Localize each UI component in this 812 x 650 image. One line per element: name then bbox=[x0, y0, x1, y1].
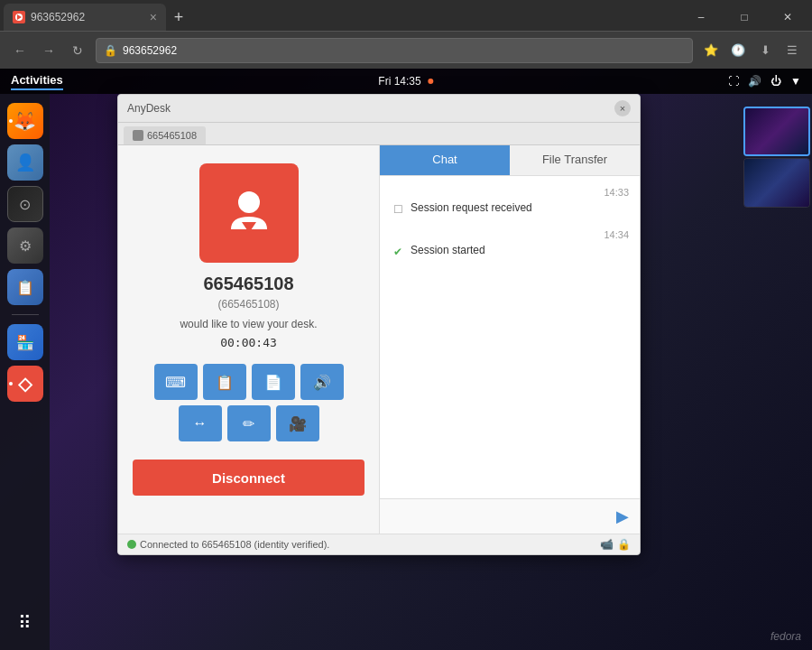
left-panel: 665465108 (665465108) would like to view… bbox=[118, 145, 380, 534]
chat-message-1: ☐ Session request received bbox=[391, 201, 629, 217]
video-icon: 📹 bbox=[600, 538, 614, 551]
filetransfer-button[interactable]: 📄 bbox=[252, 364, 295, 400]
firefox-icon: 🦊 bbox=[14, 110, 36, 132]
thumbnail-panel bbox=[740, 103, 812, 211]
dialog-title: AnyDesk bbox=[127, 102, 171, 115]
remote-desktop: Activities Fri 14:35 ⛶ 🔊 ⏻ ▼ 🦊 👤 ⊙ ⚙ 📋 bbox=[0, 69, 812, 650]
caller-id: 665465108 bbox=[203, 274, 293, 294]
reload-button[interactable]: ↻ bbox=[65, 38, 90, 63]
dialog-session-bar: 665465108 bbox=[118, 123, 640, 145]
fedora-watermark: fedora bbox=[770, 630, 801, 643]
browser-tab-active[interactable]: 963652962 × bbox=[4, 4, 166, 31]
network-icon: ⛶ bbox=[728, 75, 739, 88]
chat-input[interactable] bbox=[387, 506, 613, 526]
clipboard-button[interactable]: 📋 bbox=[203, 364, 246, 400]
tab-file-transfer[interactable]: File Transfer bbox=[510, 145, 640, 175]
security-icon: 🔒 bbox=[104, 44, 117, 57]
sidebar-item-store[interactable]: 🏪 bbox=[7, 324, 43, 360]
gnome-clock: Fri 14:35 bbox=[378, 75, 433, 88]
back-button[interactable]: ← bbox=[7, 38, 32, 63]
draw-button[interactable]: ✏ bbox=[227, 405, 271, 441]
switch-icon: ↔ bbox=[193, 415, 208, 432]
thumb-1[interactable] bbox=[743, 107, 810, 156]
status-left: Connected to 665465108 (identity verifie… bbox=[127, 539, 329, 550]
right-panel: Chat File Transfer 14:33 ☐ Session reque… bbox=[380, 145, 640, 534]
browser-chrome: 963652962 × + – □ ✕ ← → ↻ 🔒 963652962 ⭐ … bbox=[0, 0, 812, 69]
sidebar-item-settings[interactable]: ⚙ bbox=[7, 228, 43, 264]
session-timer: 00:00:43 bbox=[220, 336, 277, 349]
switch-button[interactable]: ↔ bbox=[179, 405, 222, 441]
svg-point-2 bbox=[238, 191, 260, 213]
thumb-2[interactable] bbox=[743, 158, 810, 208]
anydesk-dialog: AnyDesk × 665465108 bbox=[117, 94, 641, 555]
record-icon: 🎥 bbox=[289, 415, 307, 432]
maximize-button[interactable]: □ bbox=[724, 2, 765, 32]
chat-input-area: ▶ bbox=[380, 498, 640, 534]
record-button[interactable]: 🎥 bbox=[276, 405, 319, 441]
close-button[interactable]: ✕ bbox=[767, 2, 808, 32]
history-button[interactable]: 🕐 bbox=[725, 38, 751, 63]
chat-send-button[interactable]: ▶ bbox=[613, 503, 632, 530]
minimize-button[interactable]: – bbox=[680, 2, 722, 32]
message-icon-2: ✔ bbox=[391, 245, 405, 259]
new-tab-button[interactable]: + bbox=[166, 5, 191, 30]
gnome-topbar: Activities Fri 14:35 ⛶ 🔊 ⏻ ▼ bbox=[0, 69, 812, 94]
sidebar-separator bbox=[12, 314, 39, 315]
clipboard-icon: 📋 bbox=[216, 374, 234, 391]
bookmark-button[interactable]: ⭐ bbox=[698, 38, 724, 63]
dialog-close-button[interactable]: × bbox=[614, 100, 631, 116]
lock-icon: 🔒 bbox=[617, 538, 631, 551]
audio-icon: 🔊 bbox=[313, 374, 331, 391]
tab-title: 963652962 bbox=[31, 11, 85, 23]
tab-favicon bbox=[13, 11, 25, 23]
gnome-sidebar: 🦊 👤 ⊙ ⚙ 📋 🏪 ◇ ⠿ bbox=[0, 94, 50, 650]
anydesk-icon: ◇ bbox=[18, 373, 32, 395]
audio-button[interactable]: 🔊 bbox=[300, 364, 344, 400]
disconnect-button[interactable]: Disconnect bbox=[133, 460, 364, 496]
settings-icon: ⚙ bbox=[19, 237, 32, 255]
thumb-2-image bbox=[744, 159, 809, 207]
status-icons: 📹 🔒 bbox=[600, 538, 631, 551]
appgrid-icon: ⠿ bbox=[18, 612, 32, 634]
chat-tabs: Chat File Transfer bbox=[380, 145, 640, 176]
thumb-1-image bbox=[745, 108, 808, 154]
camera-icon: ⊙ bbox=[19, 196, 31, 213]
chat-messages: 14:33 ☐ Session request received 14:34 ✔… bbox=[380, 176, 640, 498]
caller-sub-id: (665465108) bbox=[217, 298, 279, 311]
forward-button[interactable]: → bbox=[36, 38, 61, 63]
sidebar-item-firefox[interactable]: 🦊 bbox=[7, 103, 43, 139]
sidebar-item-filemanager[interactable]: 📋 bbox=[7, 269, 43, 305]
sidebar-item-files[interactable]: 👤 bbox=[7, 144, 43, 181]
keyboard-button[interactable]: ⌨ bbox=[154, 364, 198, 400]
message-text-2: Session started bbox=[411, 244, 485, 256]
nav-icons: ← → ↻ bbox=[7, 38, 90, 63]
caller-avatar bbox=[199, 163, 299, 263]
session-tab[interactable]: 665465108 bbox=[124, 126, 206, 144]
action-buttons: ⌨ 📋 📄 🔊 ↔ ✏ bbox=[133, 364, 364, 441]
message-timestamp-1: 14:33 bbox=[391, 187, 629, 198]
tab-chat[interactable]: Chat bbox=[380, 145, 510, 175]
tab-close-button[interactable]: × bbox=[150, 10, 157, 24]
sidebar-item-appgrid[interactable]: ⠿ bbox=[7, 605, 43, 641]
sidebar-item-camera[interactable]: ⊙ bbox=[7, 186, 43, 222]
address-input[interactable]: 🔒 963652962 bbox=[96, 38, 693, 63]
address-bar: ← → ↻ 🔒 963652962 ⭐ 🕐 ⬇ ☰ bbox=[0, 31, 812, 69]
anydesk-active-dot bbox=[9, 382, 13, 385]
caller-message: would like to view your desk. bbox=[180, 318, 317, 330]
status-dot bbox=[127, 540, 136, 549]
sidebar-item-anydesk[interactable]: ◇ bbox=[7, 366, 43, 402]
volume-icon: 🔊 bbox=[748, 75, 761, 88]
avatar-icon bbox=[222, 182, 276, 245]
filemanager-icon: 📋 bbox=[16, 279, 34, 296]
download-button[interactable]: ⬇ bbox=[752, 38, 778, 63]
gnome-activities[interactable]: Activities bbox=[11, 73, 63, 90]
address-text: 963652962 bbox=[123, 44, 177, 57]
toolbar-right: ⭐ 🕐 ⬇ ☰ bbox=[698, 38, 805, 63]
menu-button[interactable]: ☰ bbox=[780, 38, 805, 63]
settings-arrow-icon: ▼ bbox=[790, 75, 801, 88]
clock-text: Fri 14:35 bbox=[378, 75, 420, 88]
dialog-body: 665465108 (665465108) would like to view… bbox=[118, 145, 640, 534]
session-tab-icon bbox=[133, 130, 143, 141]
window-controls: – □ ✕ bbox=[680, 2, 808, 32]
draw-icon: ✏ bbox=[243, 415, 254, 432]
